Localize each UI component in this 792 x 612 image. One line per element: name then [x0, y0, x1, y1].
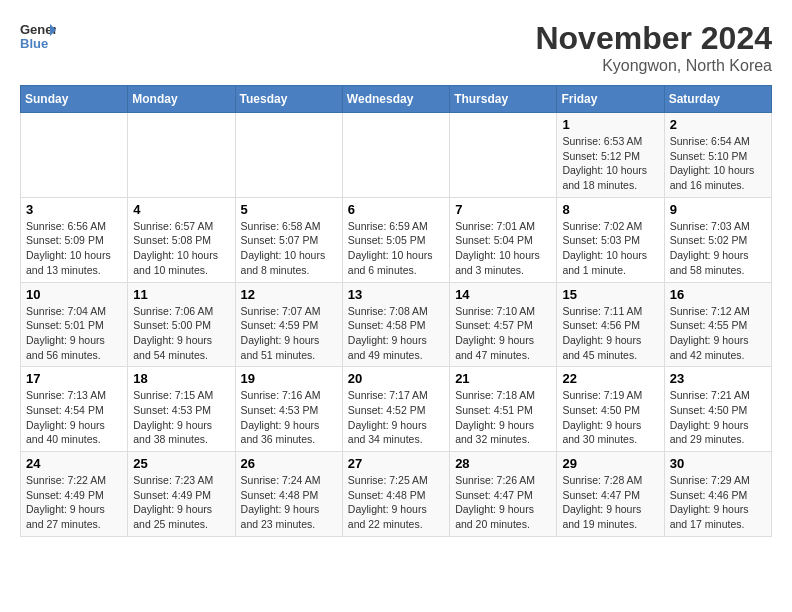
- day-number: 9: [670, 202, 766, 217]
- day-number: 17: [26, 371, 122, 386]
- day-number: 18: [133, 371, 229, 386]
- day-number: 20: [348, 371, 444, 386]
- calendar-cell: 15Sunrise: 7:11 AMSunset: 4:56 PMDayligh…: [557, 282, 664, 367]
- day-info: Sunrise: 7:16 AMSunset: 4:53 PMDaylight:…: [241, 388, 337, 447]
- calendar-cell: 4Sunrise: 6:57 AMSunset: 5:08 PMDaylight…: [128, 197, 235, 282]
- calendar-cell: 14Sunrise: 7:10 AMSunset: 4:57 PMDayligh…: [450, 282, 557, 367]
- day-number: 15: [562, 287, 658, 302]
- calendar-cell: 18Sunrise: 7:15 AMSunset: 4:53 PMDayligh…: [128, 367, 235, 452]
- calendar-cell: 3Sunrise: 6:56 AMSunset: 5:09 PMDaylight…: [21, 197, 128, 282]
- day-info: Sunrise: 6:57 AMSunset: 5:08 PMDaylight:…: [133, 219, 229, 278]
- day-info: Sunrise: 7:28 AMSunset: 4:47 PMDaylight:…: [562, 473, 658, 532]
- day-number: 12: [241, 287, 337, 302]
- day-number: 28: [455, 456, 551, 471]
- day-info: Sunrise: 7:07 AMSunset: 4:59 PMDaylight:…: [241, 304, 337, 363]
- day-number: 30: [670, 456, 766, 471]
- day-number: 2: [670, 117, 766, 132]
- day-info: Sunrise: 7:08 AMSunset: 4:58 PMDaylight:…: [348, 304, 444, 363]
- calendar-cell: [21, 113, 128, 198]
- svg-text:Blue: Blue: [20, 36, 48, 51]
- day-number: 6: [348, 202, 444, 217]
- calendar-cell: 20Sunrise: 7:17 AMSunset: 4:52 PMDayligh…: [342, 367, 449, 452]
- calendar-week-row: 17Sunrise: 7:13 AMSunset: 4:54 PMDayligh…: [21, 367, 772, 452]
- day-info: Sunrise: 7:11 AMSunset: 4:56 PMDaylight:…: [562, 304, 658, 363]
- calendar-cell: 27Sunrise: 7:25 AMSunset: 4:48 PMDayligh…: [342, 452, 449, 537]
- calendar-cell: 9Sunrise: 7:03 AMSunset: 5:02 PMDaylight…: [664, 197, 771, 282]
- calendar-cell: 2Sunrise: 6:54 AMSunset: 5:10 PMDaylight…: [664, 113, 771, 198]
- calendar-header-row: SundayMondayTuesdayWednesdayThursdayFrid…: [21, 86, 772, 113]
- logo: General Blue: [20, 20, 56, 56]
- day-number: 13: [348, 287, 444, 302]
- title-area: November 2024 Kyongwon, North Korea: [535, 20, 772, 75]
- day-info: Sunrise: 6:59 AMSunset: 5:05 PMDaylight:…: [348, 219, 444, 278]
- day-info: Sunrise: 7:18 AMSunset: 4:51 PMDaylight:…: [455, 388, 551, 447]
- day-info: Sunrise: 7:03 AMSunset: 5:02 PMDaylight:…: [670, 219, 766, 278]
- calendar-cell: 13Sunrise: 7:08 AMSunset: 4:58 PMDayligh…: [342, 282, 449, 367]
- calendar-cell: 10Sunrise: 7:04 AMSunset: 5:01 PMDayligh…: [21, 282, 128, 367]
- day-info: Sunrise: 7:21 AMSunset: 4:50 PMDaylight:…: [670, 388, 766, 447]
- day-number: 3: [26, 202, 122, 217]
- day-header-thursday: Thursday: [450, 86, 557, 113]
- calendar-cell: 17Sunrise: 7:13 AMSunset: 4:54 PMDayligh…: [21, 367, 128, 452]
- day-number: 16: [670, 287, 766, 302]
- calendar-cell: [342, 113, 449, 198]
- day-info: Sunrise: 6:54 AMSunset: 5:10 PMDaylight:…: [670, 134, 766, 193]
- location: Kyongwon, North Korea: [535, 57, 772, 75]
- calendar-table: SundayMondayTuesdayWednesdayThursdayFrid…: [20, 85, 772, 537]
- calendar-cell: 12Sunrise: 7:07 AMSunset: 4:59 PMDayligh…: [235, 282, 342, 367]
- calendar-week-row: 10Sunrise: 7:04 AMSunset: 5:01 PMDayligh…: [21, 282, 772, 367]
- calendar-cell: 8Sunrise: 7:02 AMSunset: 5:03 PMDaylight…: [557, 197, 664, 282]
- day-info: Sunrise: 6:56 AMSunset: 5:09 PMDaylight:…: [26, 219, 122, 278]
- day-number: 24: [26, 456, 122, 471]
- day-number: 1: [562, 117, 658, 132]
- calendar-cell: 30Sunrise: 7:29 AMSunset: 4:46 PMDayligh…: [664, 452, 771, 537]
- logo-svg: General Blue: [20, 20, 56, 56]
- day-number: 4: [133, 202, 229, 217]
- calendar-cell: [128, 113, 235, 198]
- day-number: 21: [455, 371, 551, 386]
- calendar-cell: 25Sunrise: 7:23 AMSunset: 4:49 PMDayligh…: [128, 452, 235, 537]
- day-info: Sunrise: 7:10 AMSunset: 4:57 PMDaylight:…: [455, 304, 551, 363]
- day-info: Sunrise: 7:29 AMSunset: 4:46 PMDaylight:…: [670, 473, 766, 532]
- day-info: Sunrise: 7:25 AMSunset: 4:48 PMDaylight:…: [348, 473, 444, 532]
- calendar-cell: 29Sunrise: 7:28 AMSunset: 4:47 PMDayligh…: [557, 452, 664, 537]
- day-number: 5: [241, 202, 337, 217]
- day-header-wednesday: Wednesday: [342, 86, 449, 113]
- calendar-cell: 22Sunrise: 7:19 AMSunset: 4:50 PMDayligh…: [557, 367, 664, 452]
- day-number: 19: [241, 371, 337, 386]
- calendar-week-row: 3Sunrise: 6:56 AMSunset: 5:09 PMDaylight…: [21, 197, 772, 282]
- day-header-saturday: Saturday: [664, 86, 771, 113]
- calendar-cell: 24Sunrise: 7:22 AMSunset: 4:49 PMDayligh…: [21, 452, 128, 537]
- day-info: Sunrise: 7:15 AMSunset: 4:53 PMDaylight:…: [133, 388, 229, 447]
- day-header-monday: Monday: [128, 86, 235, 113]
- day-info: Sunrise: 7:24 AMSunset: 4:48 PMDaylight:…: [241, 473, 337, 532]
- calendar-cell: 7Sunrise: 7:01 AMSunset: 5:04 PMDaylight…: [450, 197, 557, 282]
- day-info: Sunrise: 7:26 AMSunset: 4:47 PMDaylight:…: [455, 473, 551, 532]
- day-header-friday: Friday: [557, 86, 664, 113]
- calendar-cell: 11Sunrise: 7:06 AMSunset: 5:00 PMDayligh…: [128, 282, 235, 367]
- day-info: Sunrise: 7:19 AMSunset: 4:50 PMDaylight:…: [562, 388, 658, 447]
- day-number: 29: [562, 456, 658, 471]
- calendar-cell: 5Sunrise: 6:58 AMSunset: 5:07 PMDaylight…: [235, 197, 342, 282]
- header: General Blue November 2024 Kyongwon, Nor…: [20, 20, 772, 75]
- calendar-cell: [450, 113, 557, 198]
- day-number: 26: [241, 456, 337, 471]
- day-info: Sunrise: 7:12 AMSunset: 4:55 PMDaylight:…: [670, 304, 766, 363]
- day-number: 23: [670, 371, 766, 386]
- day-number: 27: [348, 456, 444, 471]
- day-number: 11: [133, 287, 229, 302]
- day-number: 8: [562, 202, 658, 217]
- calendar-cell: 28Sunrise: 7:26 AMSunset: 4:47 PMDayligh…: [450, 452, 557, 537]
- day-info: Sunrise: 7:04 AMSunset: 5:01 PMDaylight:…: [26, 304, 122, 363]
- day-info: Sunrise: 7:01 AMSunset: 5:04 PMDaylight:…: [455, 219, 551, 278]
- calendar-cell: 1Sunrise: 6:53 AMSunset: 5:12 PMDaylight…: [557, 113, 664, 198]
- calendar-week-row: 1Sunrise: 6:53 AMSunset: 5:12 PMDaylight…: [21, 113, 772, 198]
- calendar-cell: 23Sunrise: 7:21 AMSunset: 4:50 PMDayligh…: [664, 367, 771, 452]
- calendar-cell: [235, 113, 342, 198]
- day-info: Sunrise: 6:58 AMSunset: 5:07 PMDaylight:…: [241, 219, 337, 278]
- day-info: Sunrise: 7:13 AMSunset: 4:54 PMDaylight:…: [26, 388, 122, 447]
- month-title: November 2024: [535, 20, 772, 57]
- calendar-cell: 21Sunrise: 7:18 AMSunset: 4:51 PMDayligh…: [450, 367, 557, 452]
- calendar-cell: 19Sunrise: 7:16 AMSunset: 4:53 PMDayligh…: [235, 367, 342, 452]
- day-info: Sunrise: 7:22 AMSunset: 4:49 PMDaylight:…: [26, 473, 122, 532]
